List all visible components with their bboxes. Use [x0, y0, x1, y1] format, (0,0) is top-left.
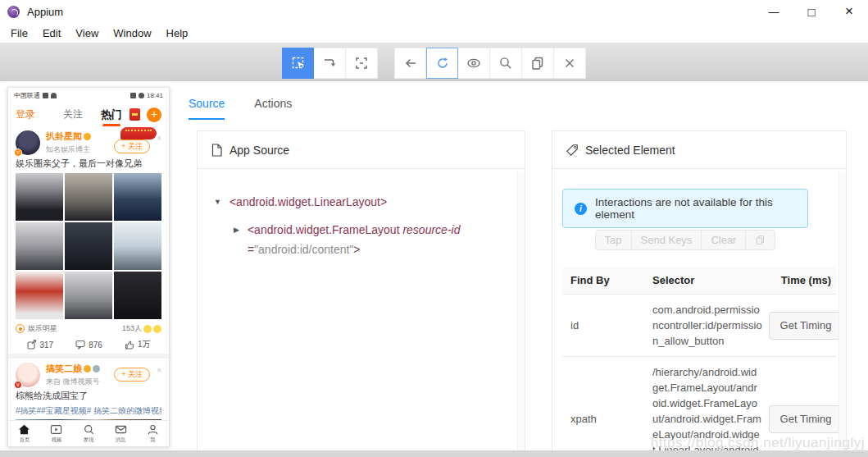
tree-node[interactable]: ▶ <android.widget.FrameLayout resource-i…: [234, 220, 513, 259]
home-icon: [18, 424, 30, 435]
mail-icon: [115, 424, 127, 435]
appium-logo-icon: [7, 6, 20, 18]
back-button[interactable]: [394, 48, 426, 79]
tab-discover: 发现: [72, 421, 104, 446]
device-screenshot[interactable]: 中国联通 18:41 登录 关注 热门 + v 扒卦星闻 知名娱乐博主 + 关注: [7, 87, 170, 447]
tab-video: 视频: [40, 421, 72, 446]
photo-tile: [114, 222, 161, 270]
tab-home: 首页: [8, 421, 40, 446]
select-element-button[interactable]: [282, 48, 314, 79]
scrollbar[interactable]: [838, 171, 846, 457]
photo-tile: [16, 272, 63, 319]
tree-node-label[interactable]: <android.widget.LinearLayout>: [229, 192, 387, 212]
post1-avatar: v: [16, 130, 40, 155]
topic-icon: [16, 324, 25, 333]
post2-avatar: v: [16, 363, 40, 387]
emoji-icon: [84, 365, 91, 372]
interactions-alert: i Interactions are not available for thi…: [562, 189, 808, 228]
emoji-face-icon: [143, 325, 152, 333]
photo-tile: [16, 222, 63, 270]
tap-frame-icon: [354, 56, 369, 71]
col-selector: Selector: [644, 267, 769, 294]
menu-file[interactable]: File: [3, 25, 35, 41]
carrier-label: 中国联通: [14, 91, 40, 100]
minimize-button[interactable]: —: [755, 0, 793, 23]
pointer-mode-group: [282, 48, 378, 79]
photo-tile: [114, 173, 161, 221]
tab-source[interactable]: Source: [189, 97, 225, 120]
tap-button[interactable]: Tap: [595, 230, 632, 250]
caret-down-icon[interactable]: ▼: [214, 192, 221, 212]
post2-dismiss-icon: ×: [157, 366, 161, 375]
selector-table-header: Find By Selector Time (ms): [562, 267, 836, 295]
element-action-buttons: Tap Send Keys Clear: [562, 230, 808, 250]
feed-post-2: v 搞笑二娘 来自 微博视频号 + 关注 × 棕熊给洗成国宝了 #搞笑##宝藏星…: [8, 359, 169, 430]
inspector-tabs: Source Actions: [189, 97, 292, 120]
copy-source-button[interactable]: [522, 48, 554, 79]
verified-badge-icon: v: [14, 381, 22, 389]
post2-subtitle: 来自 微博视频号: [46, 377, 100, 387]
get-timing-button[interactable]: Get Timing: [769, 405, 841, 433]
window-controls: — □ ×: [755, 0, 868, 23]
menu-view[interactable]: View: [68, 25, 106, 41]
source-tree: ▼ <android.widget.LinearLayout> ▶ <andro…: [198, 169, 525, 267]
hot-ribbon-badge: [120, 127, 157, 139]
menu-edit[interactable]: Edit: [35, 25, 68, 41]
clear-button[interactable]: Clear: [701, 230, 746, 250]
refresh-icon: [435, 56, 450, 71]
follow-tab: 关注: [63, 107, 83, 121]
copy-icon: [530, 56, 545, 71]
post1-viewers: 153人: [122, 323, 142, 334]
toolbar: [0, 43, 868, 81]
tab-actions[interactable]: Actions: [254, 97, 292, 120]
tap-by-coordinates-button[interactable]: [346, 48, 378, 79]
tree-node[interactable]: ▼ <android.widget.LinearLayout>: [214, 192, 513, 212]
login-link: 登录: [16, 107, 35, 121]
selected-element-title: Selected Element: [585, 144, 675, 157]
menu-help[interactable]: Help: [159, 25, 196, 41]
status-time: 18:41: [147, 92, 163, 99]
col-time: Time (ms): [769, 267, 836, 294]
post2-author: 搞笑二娘: [46, 363, 100, 375]
get-timing-button[interactable]: Get Timing: [769, 312, 841, 340]
tree-node-label[interactable]: <android.widget.FrameLayout resource-id=…: [248, 220, 470, 259]
send-keys-button[interactable]: Send Keys: [631, 230, 702, 250]
post1-photo-grid: [16, 173, 161, 319]
caret-right-icon[interactable]: ▶: [234, 220, 239, 240]
verified-badge-icon: v: [14, 149, 22, 157]
post1-reposts: 317: [40, 340, 54, 350]
search-elements-button[interactable]: [490, 48, 522, 79]
like-icon: [125, 340, 134, 350]
maximize-button[interactable]: □: [793, 0, 830, 23]
quit-session-button[interactable]: [554, 48, 586, 79]
refresh-source-button[interactable]: [426, 48, 458, 79]
selected-element-panel: Selected Element i Interactions are not …: [552, 130, 847, 457]
emoji-icon: [84, 133, 91, 140]
eye-icon: [466, 56, 481, 71]
emoji-icon: [93, 365, 100, 372]
post1-text: 娱乐圈亲父子，最后一对像兄弟: [16, 158, 161, 170]
post1-author: 扒卦星闻: [46, 130, 91, 143]
close-x-icon: [562, 56, 577, 71]
copy-attributes-button[interactable]: [745, 230, 775, 250]
toggle-highlight-button[interactable]: [458, 48, 490, 79]
phone-status-bar: 中国联通 18:41: [8, 88, 169, 103]
app-source-title: App Source: [229, 144, 289, 157]
copy-icon: [755, 235, 766, 245]
photo-tile: [114, 272, 161, 319]
table-row: id com.android.permissioncontroller:id/p…: [562, 295, 836, 357]
close-button[interactable]: ×: [830, 0, 868, 23]
photo-tile: [65, 173, 112, 221]
search-icon: [498, 56, 513, 71]
mute-icon: [130, 93, 136, 98]
selector-value: com.android.permissioncontroller:id/perm…: [644, 295, 769, 356]
window-title: Appium: [27, 6, 63, 18]
post1-follow-button: + 关注: [114, 139, 150, 153]
scrollbar[interactable]: [517, 171, 525, 457]
tab-me: 我: [137, 421, 169, 446]
emoji-face-icon: [153, 325, 161, 333]
document-icon: [211, 144, 223, 157]
swipe-arrow-icon: [322, 56, 337, 71]
menu-window[interactable]: Window: [106, 25, 158, 41]
swipe-by-coordinates-button[interactable]: [314, 48, 346, 79]
